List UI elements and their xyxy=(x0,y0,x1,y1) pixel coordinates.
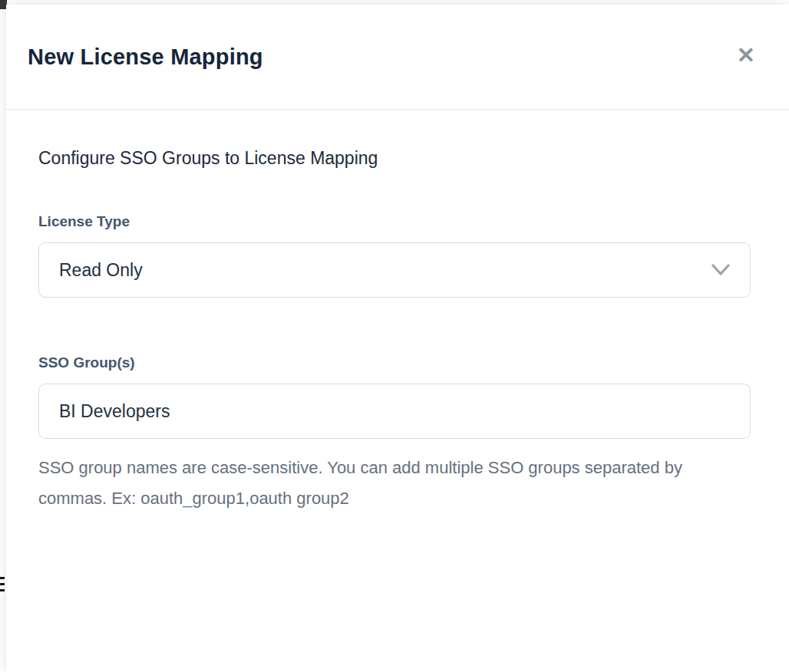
new-license-mapping-modal: New License Mapping ✕ Configure SSO Grou… xyxy=(6,5,789,672)
sso-groups-label: SSO Group(s) xyxy=(38,354,757,371)
sso-groups-help-text: SSO group names are case-sensitive. You … xyxy=(38,453,691,513)
menu-bar-line xyxy=(0,589,5,591)
license-type-label: License Type xyxy=(38,213,757,230)
license-type-select[interactable]: Read Only xyxy=(38,242,751,298)
background-menu-icon xyxy=(0,577,5,591)
license-type-selected-value: Read Only xyxy=(59,260,143,281)
menu-bar-line xyxy=(0,583,5,585)
sso-groups-input[interactable] xyxy=(38,384,751,439)
close-icon[interactable]: ✕ xyxy=(732,41,760,69)
modal-header: New License Mapping ✕ xyxy=(6,5,789,110)
license-type-field-group: License Type Read Only xyxy=(38,213,757,298)
modal-body: Configure SSO Groups to License Mapping … xyxy=(6,110,789,513)
modal-title: New License Mapping xyxy=(28,44,263,70)
chevron-down-icon xyxy=(711,264,730,276)
sso-groups-field-group: SSO Group(s) SSO group names are case-se… xyxy=(38,354,757,513)
menu-bar-line xyxy=(0,577,5,579)
modal-description: Configure SSO Groups to License Mapping xyxy=(38,148,757,169)
